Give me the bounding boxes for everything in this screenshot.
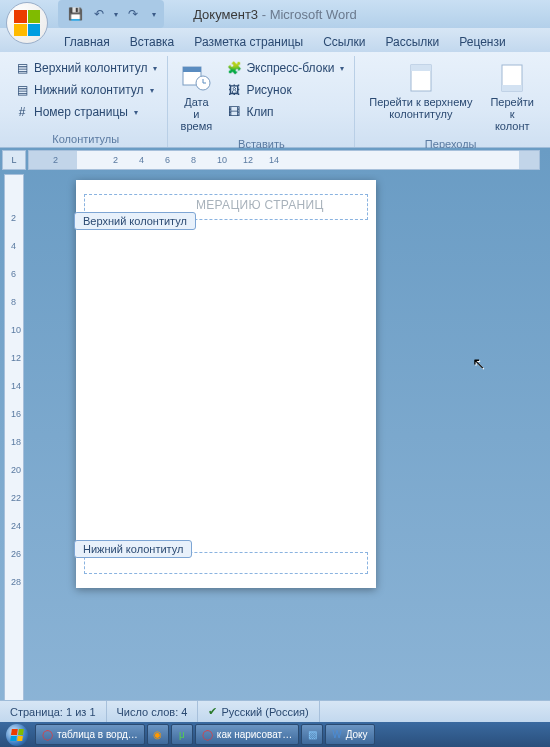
horizontal-ruler[interactable]: 2 2 4 6 8 10 12 14: [28, 150, 540, 170]
ruler-tick: 6: [11, 269, 16, 279]
group-navigation: Перейти к верхнему колонтитулу Перейти к…: [355, 56, 546, 147]
ribbon-tabs: Главная Вставка Разметка страницы Ссылки…: [0, 28, 550, 52]
taskbar-item[interactable]: ◯таблица в ворд…: [35, 724, 145, 745]
title-bar: 💾 ↶ ▾ ↷ ▾ Документ3 - Microsoft Word: [0, 0, 550, 28]
firefox-icon: ◉: [153, 729, 162, 740]
quick-parts-icon: 🧩: [226, 60, 242, 76]
office-logo-icon: [14, 10, 40, 36]
ruler-tick: 12: [243, 155, 253, 165]
opera-icon: ◯: [202, 729, 213, 740]
app-name: Microsoft Word: [270, 7, 357, 22]
undo-icon[interactable]: ↶: [90, 5, 108, 23]
ruler-corner[interactable]: L: [2, 150, 26, 170]
ruler-tick: 10: [217, 155, 227, 165]
vertical-ruler[interactable]: 2 4 6 8 10 12 14 16 18 20 22 24 26 28: [4, 174, 24, 712]
start-button[interactable]: [0, 722, 34, 747]
word-icon: W: [332, 729, 341, 740]
quick-parts-button[interactable]: 🧩Экспресс-блоки: [222, 58, 348, 78]
ribbon: ▤Верхний колонтитул ▤Нижний колонтитул #…: [0, 52, 550, 148]
ruler-tick: 28: [11, 577, 21, 587]
taskbar-item[interactable]: ▧: [301, 724, 323, 745]
qat-customize-icon[interactable]: ▾: [152, 10, 156, 19]
ruler-tick: 4: [11, 241, 16, 251]
group-insert: Дата и время 🧩Экспресс-блоки 🖼Рисунок 🎞К…: [168, 56, 355, 147]
group-headers-footers: ▤Верхний колонтитул ▤Нижний колонтитул #…: [4, 56, 168, 147]
tab-review[interactable]: Рецензи: [449, 31, 515, 52]
status-page[interactable]: Страница: 1 из 1: [0, 701, 107, 722]
ruler-tick: 8: [11, 297, 16, 307]
goto-header-button[interactable]: Перейти к верхнему колонтитулу: [361, 58, 480, 124]
ruler-tick: 20: [11, 465, 21, 475]
page[interactable]: МЕРАЦИЮ СТРАНИЦ Верхний колонтитул Нижни…: [76, 180, 376, 588]
group-label: Колонтитулы: [10, 131, 161, 147]
date-time-icon: [180, 62, 212, 94]
ruler-tick: 22: [11, 493, 21, 503]
taskbar-item[interactable]: ◉: [147, 724, 169, 745]
ruler-tick: 8: [191, 155, 196, 165]
ruler-tick: 2: [11, 213, 16, 223]
opera-icon: ◯: [42, 729, 53, 740]
ruler-tick: 26: [11, 549, 21, 559]
header-content-text[interactable]: МЕРАЦИЮ СТРАНИЦ: [196, 198, 324, 212]
goto-header-icon: [405, 62, 437, 94]
footer-button[interactable]: ▤Нижний колонтитул: [10, 80, 161, 100]
page-number-icon: #: [14, 104, 30, 120]
mouse-cursor-icon: ↖: [472, 354, 485, 373]
ruler-tick: 2: [113, 155, 118, 165]
taskbar-item[interactable]: WДоку: [325, 724, 374, 745]
ruler-tick: 18: [11, 437, 21, 447]
workspace: L 2 2 4 6 8 10 12 14 2 4 6 8 10 12 14 16…: [0, 148, 550, 722]
ruler-tick: 16: [11, 409, 21, 419]
app-icon: ▧: [308, 729, 317, 740]
svg-rect-1: [183, 67, 201, 72]
header-tab-label[interactable]: Верхний колонтитул: [74, 212, 196, 230]
tab-mailings[interactable]: Рассылки: [375, 31, 449, 52]
start-orb-icon: [6, 724, 28, 746]
ruler-tick: 6: [165, 155, 170, 165]
status-word-count[interactable]: Число слов: 4: [107, 701, 199, 722]
footer-tab-label[interactable]: Нижний колонтитул: [74, 540, 192, 558]
status-language[interactable]: ✔ Русский (Россия): [198, 701, 319, 722]
picture-button[interactable]: 🖼Рисунок: [222, 80, 348, 100]
ruler-tick: 12: [11, 353, 21, 363]
clip-icon: 🎞: [226, 104, 242, 120]
ruler-tick: 10: [11, 325, 21, 335]
undo-dropdown-icon[interactable]: ▾: [114, 10, 118, 19]
header-button[interactable]: ▤Верхний колонтитул: [10, 58, 161, 78]
utorrent-icon: μ: [179, 729, 185, 740]
goto-footer-icon: [496, 62, 528, 94]
svg-rect-6: [502, 85, 522, 91]
tab-home[interactable]: Главная: [54, 31, 120, 52]
ruler-tick: 14: [269, 155, 279, 165]
ruler-tick: 4: [139, 155, 144, 165]
goto-footer-button[interactable]: Перейти кколонт: [484, 58, 540, 136]
proofing-icon: ✔: [208, 705, 217, 718]
ruler-tick: 14: [11, 381, 21, 391]
document-name: Документ3: [193, 7, 258, 22]
footer-icon: ▤: [14, 82, 30, 98]
save-icon[interactable]: 💾: [66, 5, 84, 23]
office-button[interactable]: [6, 2, 48, 44]
tab-insert[interactable]: Вставка: [120, 31, 185, 52]
quick-access-toolbar: 💾 ↶ ▾ ↷ ▾: [58, 0, 164, 28]
clip-button[interactable]: 🎞Клип: [222, 102, 348, 122]
tab-page-layout[interactable]: Разметка страницы: [184, 31, 313, 52]
page-number-button[interactable]: #Номер страницы: [10, 102, 161, 122]
taskbar-item[interactable]: μ: [171, 724, 193, 745]
redo-icon[interactable]: ↷: [124, 5, 142, 23]
date-time-button[interactable]: Дата и время: [174, 58, 218, 136]
taskbar: ◯таблица в ворд… ◉ μ ◯как нарисоват… ▧ W…: [0, 722, 550, 747]
taskbar-item[interactable]: ◯как нарисоват…: [195, 724, 299, 745]
picture-icon: 🖼: [226, 82, 242, 98]
tab-references[interactable]: Ссылки: [313, 31, 375, 52]
ruler-tick: 24: [11, 521, 21, 531]
svg-rect-4: [411, 65, 431, 71]
ruler-tick: 2: [53, 155, 58, 165]
status-bar: Страница: 1 из 1 Число слов: 4 ✔ Русский…: [0, 700, 550, 722]
document-area[interactable]: МЕРАЦИЮ СТРАНИЦ Верхний колонтитул Нижни…: [28, 174, 550, 722]
header-icon: ▤: [14, 60, 30, 76]
